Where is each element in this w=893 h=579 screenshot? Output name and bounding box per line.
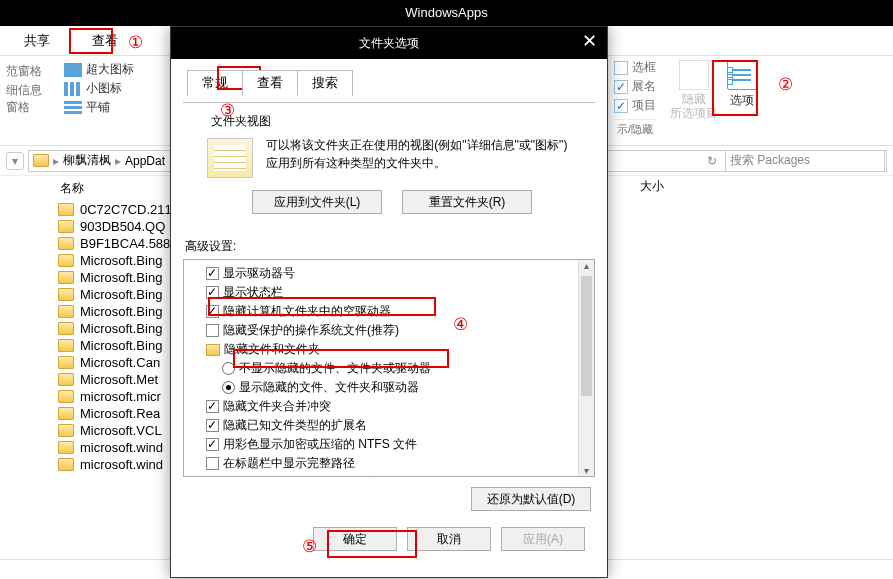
file-name: B9F1BCA4.588 xyxy=(80,236,170,251)
file-row[interactable]: Microsoft.Can xyxy=(58,354,172,371)
ribbon-r1[interactable]: 选框 xyxy=(632,59,656,76)
advanced-item-label: 显示驱动器号 xyxy=(223,265,295,282)
advanced-scrollbar[interactable] xyxy=(578,260,594,476)
advanced-item[interactable]: 隐藏文件夹合并冲突 xyxy=(186,397,592,416)
checkbox-icon[interactable] xyxy=(206,400,219,413)
folder-icon xyxy=(58,390,74,403)
advanced-item[interactable]: 显示状态栏 xyxy=(186,283,592,302)
dialog-close-button[interactable]: ✕ xyxy=(577,31,601,53)
advanced-item[interactable]: 用彩色显示加密或压缩的 NTFS 文件 xyxy=(186,435,592,454)
file-row[interactable]: Microsoft.Bing xyxy=(58,269,172,286)
file-name: Microsoft.Rea xyxy=(80,406,160,421)
dlg-tab-general[interactable]: 常规 xyxy=(187,70,243,96)
folder-icon xyxy=(58,271,74,284)
advanced-item[interactable]: 显示隐藏的文件、文件夹和驱动器 xyxy=(186,378,592,397)
folder-icon xyxy=(58,356,74,369)
advanced-item[interactable]: 显示驱动器号 xyxy=(186,264,592,283)
file-row[interactable]: Microsoft.Bing xyxy=(58,252,172,269)
ribbon-nav-pane[interactable]: 范窗格 xyxy=(6,62,52,81)
file-row[interactable]: microsoft.wind xyxy=(58,456,172,473)
tab-view[interactable]: 查看 xyxy=(82,28,128,54)
checkbox-icon[interactable] xyxy=(206,305,219,318)
file-name: microsoft.wind xyxy=(80,457,163,472)
radio-icon[interactable] xyxy=(222,362,235,375)
file-row[interactable]: Microsoft.Bing xyxy=(58,337,172,354)
checkbox-icon[interactable] xyxy=(206,267,219,280)
cancel-button[interactable]: 取消 xyxy=(407,527,491,551)
folder-icon xyxy=(33,154,49,167)
file-row[interactable]: Microsoft.Rea xyxy=(58,405,172,422)
file-row[interactable]: 0C72C7CD.211 xyxy=(58,201,172,218)
restore-defaults-button[interactable]: 还原为默认值(D) xyxy=(471,487,591,511)
file-row[interactable]: Microsoft.VCL xyxy=(58,422,172,439)
refresh-icon[interactable]: ↻ xyxy=(707,154,717,168)
file-name: microsoft.micr xyxy=(80,389,161,404)
file-name: Microsoft.Bing xyxy=(80,253,162,268)
advanced-item-label: 隐藏文件和文件夹 xyxy=(224,341,320,358)
tab-share[interactable]: 共享 xyxy=(14,28,60,54)
file-row[interactable]: Microsoft.Bing xyxy=(58,303,172,320)
apply-button[interactable]: 应用(A) xyxy=(501,527,585,551)
advanced-item-label: 隐藏已知文件类型的扩展名 xyxy=(223,417,367,434)
ribbon-group-showhide: 示/隐藏 xyxy=(614,119,656,137)
folder-icon xyxy=(58,322,74,335)
ribbon-xlarge-icons[interactable]: 超大图标 xyxy=(64,60,152,79)
apply-to-folders-button[interactable]: 应用到文件夹(L) xyxy=(252,190,382,214)
file-list: 0C72C7CD.211903DB504.QQB9F1BCA4.588Micro… xyxy=(0,201,172,579)
file-row[interactable]: Microsoft.Met xyxy=(58,371,172,388)
options-label[interactable]: 选项 xyxy=(730,92,754,109)
file-name: Microsoft.Bing xyxy=(80,338,162,353)
advanced-item[interactable]: 隐藏受保护的操作系统文件(推荐) xyxy=(186,321,592,340)
checkbox-icon[interactable] xyxy=(206,438,219,451)
folder-icon xyxy=(58,220,74,233)
advanced-item-label: 在标题栏中显示完整路径 xyxy=(223,455,355,472)
folder-icon xyxy=(58,458,74,471)
folder-icon xyxy=(206,344,220,356)
file-name: Microsoft.Bing xyxy=(80,270,162,285)
checkbox-icon[interactable] xyxy=(206,286,219,299)
advanced-item[interactable]: 在标题栏中显示完整路径 xyxy=(186,454,592,473)
ok-button[interactable]: 确定 xyxy=(313,527,397,551)
ribbon-small-icons[interactable]: 小图标 xyxy=(64,79,152,98)
ribbon-r3[interactable]: 项目 xyxy=(632,97,656,114)
ribbon-r2[interactable]: 展名 xyxy=(632,78,656,95)
checkbox-icon[interactable] xyxy=(206,419,219,432)
folder-icon xyxy=(58,373,74,386)
folder-views-icon xyxy=(207,138,253,178)
nav-down-icon[interactable]: ▾ xyxy=(6,152,24,170)
advanced-item[interactable]: 隐藏文件和文件夹 xyxy=(186,340,592,359)
file-row[interactable]: 903DB504.QQ xyxy=(58,218,172,235)
folder-icon xyxy=(58,203,74,216)
reset-folders-button[interactable]: 重置文件夹(R) xyxy=(402,190,532,214)
file-name: Microsoft.Can xyxy=(80,355,160,370)
folder-views-label: 文件夹视图 xyxy=(211,113,595,130)
path-seg-1[interactable]: 柳飘清枫 xyxy=(63,152,111,169)
advanced-item[interactable]: 隐藏计算机文件夹中的空驱动器 xyxy=(186,302,592,321)
path-seg-2[interactable]: AppDat xyxy=(125,154,165,168)
search-box[interactable]: 搜索 Packages xyxy=(725,150,885,172)
options-icon[interactable] xyxy=(727,60,757,90)
file-row[interactable]: B9F1BCA4.588 xyxy=(58,235,172,252)
folder-icon xyxy=(58,288,74,301)
file-name: Microsoft.Met xyxy=(80,372,158,387)
file-row[interactable]: microsoft.micr xyxy=(58,388,172,405)
folder-views-desc: 可以将该文件夹正在使用的视图(例如"详细信息"或"图标")应用到所有这种类型的文… xyxy=(266,132,576,172)
checkbox-icon[interactable] xyxy=(206,476,219,477)
file-row[interactable]: Microsoft.Bing xyxy=(58,286,172,303)
advanced-item[interactable]: 在单独的进程中打开文件夹窗口 xyxy=(186,473,592,477)
dlg-tab-search[interactable]: 搜索 xyxy=(297,70,353,96)
file-row[interactable]: microsoft.wind xyxy=(58,439,172,456)
ribbon-tile[interactable]: 平铺 xyxy=(64,98,152,117)
advanced-item-label: 用彩色显示加密或压缩的 NTFS 文件 xyxy=(223,436,417,453)
dlg-tab-view[interactable]: 查看 xyxy=(242,70,298,96)
checkbox-icon[interactable] xyxy=(206,457,219,470)
col-size[interactable]: 大小 xyxy=(640,178,664,195)
advanced-item[interactable]: 隐藏已知文件类型的扩展名 xyxy=(186,416,592,435)
advanced-item[interactable]: 不显示隐藏的文件、文件夹或驱动器 xyxy=(186,359,592,378)
file-row[interactable]: Microsoft.Bing xyxy=(58,320,172,337)
ribbon-details-pane[interactable]: 细信息窗格 xyxy=(6,81,52,117)
radio-icon[interactable] xyxy=(222,381,235,394)
folder-icon xyxy=(58,424,74,437)
checkbox-icon[interactable] xyxy=(206,324,219,337)
advanced-label: 高级设置: xyxy=(185,238,595,255)
